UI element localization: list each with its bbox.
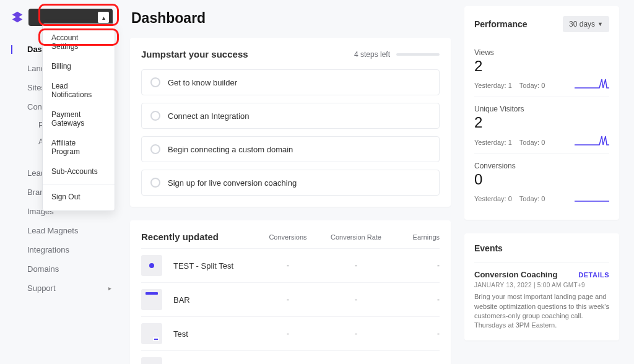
chevron-up-icon: ▴ [98, 12, 109, 23]
step-label: Begin connecting a custom domain [168, 145, 293, 154]
metric-label: Conversions [474, 162, 609, 170]
metric: Unique Visitors2Yesterday: 1Today: 0 [474, 97, 609, 154]
row-name: BAR [173, 295, 254, 305]
recently-updated-card: Recently updated Conversions Conversion … [130, 220, 451, 364]
step-label: Get to know builder [168, 78, 237, 87]
logo-icon [11, 11, 24, 25]
dropdown-item-billing[interactable]: Billing [43, 56, 115, 76]
metric: Conversions0Yesterday: 0Today: 0 [474, 154, 609, 210]
row-name: Test [173, 329, 254, 339]
dropdown-item-sub-accounts[interactable]: Sub-Accounts [43, 162, 115, 181]
dropdown-item-payment-gateways[interactable]: Payment Gateways [43, 105, 115, 133]
row-conversions: - [254, 329, 322, 338]
metric-label: Views [474, 48, 609, 57]
step-circle-icon [150, 144, 160, 154]
step-connect-integration[interactable]: Connect an Integration [141, 103, 440, 129]
row-rate: - [322, 329, 390, 338]
metric-yesterday: Yesterday: 1 [474, 82, 512, 89]
dropdown-divider [43, 184, 115, 184]
nav-integrations[interactable]: Integrations [0, 240, 124, 259]
table-row[interactable]: POP-0%- [141, 350, 440, 364]
metric-yesterday: Yesterday: 0 [474, 195, 512, 202]
nav-support-label: Support [27, 284, 56, 293]
dropdown-item-affiliate-program[interactable]: Affiliate Program [43, 133, 115, 162]
dropdown-item-account-settings[interactable]: Account Settings [43, 28, 115, 56]
table-row[interactable]: BAR--- [141, 282, 440, 316]
thumbnail [141, 255, 162, 276]
row-conversions: - [254, 261, 322, 270]
events-title: Events [474, 243, 609, 253]
table-row[interactable]: TEST - Split Test--- [141, 248, 440, 282]
step-custom-domain[interactable]: Begin connecting a custom domain [141, 136, 440, 162]
step-conversion-coaching[interactable]: Sign up for live conversion coaching [141, 170, 440, 196]
dropdown-item-lead-notifications[interactable]: Lead Notifications [43, 76, 115, 105]
dropdown-item-sign-out[interactable]: Sign Out [43, 187, 115, 207]
account-dropdown: Account Settings Billing Lead Notificati… [42, 24, 115, 211]
performance-card: Performance 30 days ▼ Views2Yesterday: 1… [464, 6, 619, 220]
metric-today: Today: 0 [519, 195, 545, 202]
step-get-to-know-builder[interactable]: Get to know builder [141, 69, 440, 95]
row-earnings: - [390, 295, 440, 304]
step-circle-icon [150, 178, 160, 188]
row-rate: - [322, 295, 390, 304]
range-select[interactable]: 30 days ▼ [563, 16, 609, 32]
recent-title: Recently updated [141, 232, 254, 242]
steps-left-label: 4 steps left [354, 50, 390, 59]
thumbnail [141, 323, 162, 344]
event-details-link[interactable]: DETAILS [578, 271, 609, 279]
step-circle-icon [150, 111, 160, 121]
step-label: Sign up for live conversion coaching [168, 178, 297, 188]
jumpstart-title: Jumpstart your success [141, 49, 248, 59]
thumbnail [141, 289, 162, 310]
metric-value: 2 [474, 58, 609, 74]
step-circle-icon [150, 77, 160, 87]
row-earnings: - [390, 329, 440, 338]
thumbnail [141, 357, 162, 364]
step-label: Connect an Integration [168, 111, 250, 121]
progress-bar [396, 53, 440, 56]
range-label: 30 days [569, 20, 595, 28]
metric-today: Today: 0 [519, 82, 545, 89]
events-card: Events Conversion Coaching DETAILS JANUA… [464, 233, 619, 340]
nav-lead-magnets[interactable]: Lead Magnets [0, 221, 124, 240]
sparkline [575, 191, 609, 202]
nav-support[interactable]: Support ▸ [0, 279, 124, 298]
event-time: JANUARY 13, 2022 | 5:00 AM GMT+9 [474, 282, 609, 288]
table-row[interactable]: Test--- [141, 316, 440, 350]
jumpstart-card: Jumpstart your success 4 steps left Get … [130, 38, 451, 207]
sparkline [575, 78, 609, 89]
row-earnings: - [390, 261, 440, 270]
metric: Views2Yesterday: 1Today: 0 [474, 41, 609, 97]
page-title: Dashboard [131, 10, 451, 27]
col-rate: Conversion Rate [322, 233, 390, 241]
metric-value: 2 [474, 115, 609, 131]
event-name: Conversion Coaching [474, 270, 557, 279]
sparkline [575, 135, 609, 146]
metric-label: Unique Visitors [474, 105, 609, 113]
main: Dashboard Jumpstart your success 4 steps… [124, 0, 634, 364]
metric-value: 0 [474, 171, 609, 188]
col-conversions: Conversions [254, 233, 322, 241]
metric-today: Today: 0 [519, 139, 545, 146]
event-item: Conversion Coaching DETAILS JANUARY 13, … [474, 262, 609, 331]
chevron-right-icon: ▸ [108, 285, 111, 292]
chevron-down-icon: ▼ [597, 21, 603, 27]
row-name: TEST - Split Test [173, 261, 254, 271]
sidebar: ▴ Account Settings Billing Lead Notifica… [0, 0, 124, 364]
row-rate: - [322, 261, 390, 270]
performance-title: Performance [474, 19, 528, 29]
event-description: Bring your most important landing page a… [474, 292, 609, 331]
metric-yesterday: Yesterday: 1 [474, 139, 512, 146]
nav-domains[interactable]: Domains [0, 259, 124, 279]
col-earnings: Earnings [390, 233, 440, 241]
row-conversions: - [254, 295, 322, 304]
